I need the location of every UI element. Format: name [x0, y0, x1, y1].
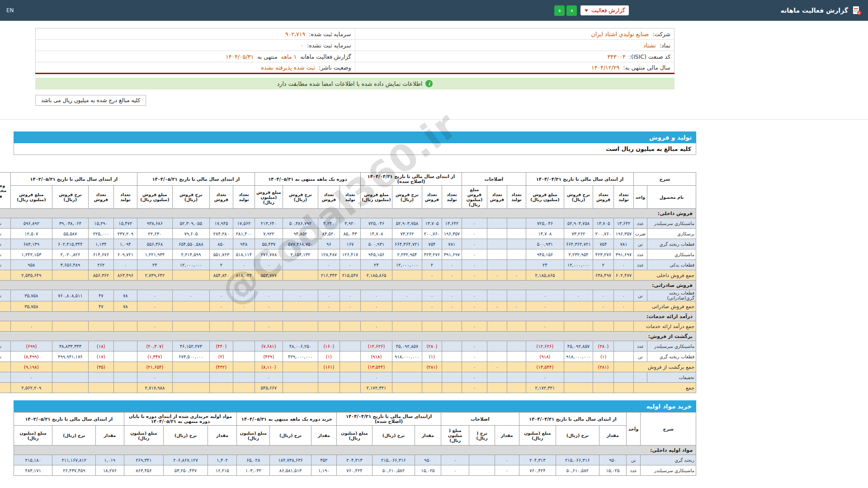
divider: [0, 119, 868, 120]
page-title: گزارش فعالیت ماهانه: [780, 7, 848, 14]
section-label: فروش صادراتی:: [0, 281, 696, 290]
value-cell: [172, 372, 209, 383]
column-header: تعداد فروش: [318, 186, 340, 209]
column-header: تعداد فروش: [422, 186, 442, 209]
value-cell: ۲۲,۶۳۰: [137, 229, 172, 239]
column-header: نرخ (ریال): [164, 426, 208, 446]
value-cell: ۷۵۴: [422, 239, 442, 249]
name-header: نام محصول: [647, 186, 696, 209]
signed-data-notice-text: اطلاعات نمایش داده شده با اطلاعات امضا ش…: [277, 80, 422, 87]
value-cell: ۰: [462, 239, 487, 249]
value-cell: ۵۰۰,۹۳۱: [526, 239, 564, 249]
value-cell: ۴۹۹,۹۴۱,۱۷۶: [52, 352, 88, 362]
value-cell: (۱۶۱): [318, 362, 340, 372]
value-cell: [318, 372, 340, 383]
value-cell: ۰: [255, 301, 283, 312]
value-cell: ۴۷: [88, 301, 113, 312]
value-cell: (۱۲,۶۲۶): [360, 341, 392, 352]
value-cell: [593, 321, 613, 332]
value-cell: ۴۲۳,۲۷۶: [422, 249, 442, 260]
value-cell: ۰: [462, 352, 487, 362]
value-cell: ۵۹۶,۸۹۲: [10, 218, 52, 229]
table-subtitle: کلیه مبالغ به میلیون ریال است: [14, 143, 696, 155]
value-cell: ۴۵,۰۹۲,۸۵۷: [392, 341, 422, 352]
value-cell: [469, 465, 495, 476]
value-cell: ۰: [462, 290, 487, 301]
column-group-header: اصلاحات: [462, 173, 526, 186]
nav-next-button[interactable]: ›: [566, 5, 577, 16]
value-cell: [172, 383, 209, 393]
value-cell: [507, 249, 526, 260]
value-cell: ۲۰۴,۳۱۳: [519, 455, 556, 465]
value-cell: ۵۵۱,۷۶۳: [209, 249, 233, 260]
symbol-value: تشتاد: [643, 42, 656, 49]
value-cell: [392, 301, 422, 312]
column-header: نرخ (ریال): [373, 426, 415, 446]
column-header: تعداد تولید: [507, 186, 526, 209]
value-cell: [613, 372, 633, 383]
value-cell: (۲۱,۶۵۴): [137, 362, 172, 372]
value-cell: (۲): [209, 352, 233, 362]
value-cell: ۲,۱۷۲,۳۲۱: [526, 383, 564, 393]
value-cell: [318, 321, 340, 332]
value-cell: ۴۸,۰۰۶,۲۵۰: [283, 341, 318, 352]
status-cell: [0, 362, 10, 372]
value-cell: ۰: [462, 362, 487, 372]
value-cell: ۰: [318, 290, 340, 301]
value-cell: (۷,۶۸۱): [255, 341, 283, 352]
amounts-note-row: کلیه مبالغ درج شده به میلیون ریال می باش…: [35, 95, 675, 106]
value-cell: ۰: [255, 321, 283, 332]
value-cell: (۲۸۰): [593, 341, 613, 352]
value-cell: ۱۹۶,۳۵۷: [442, 229, 462, 239]
total-row: جمع۲,۱۷۲,۳۲۱۰۲,۱۷۲,۳۲۱۵۴۵,۶۶۷۲,۷۱۷,۹۸۸۲,…: [0, 383, 696, 393]
value-cell: ۰: [526, 321, 564, 332]
status-cell: تولید: [0, 352, 10, 362]
value-cell: [613, 321, 633, 332]
value-cell: ۹۴۵,۱۵۶: [526, 249, 564, 260]
sherh-header: شرح: [633, 173, 696, 186]
value-cell: ۲۰۴,۳۱۳: [337, 455, 373, 465]
status-cell: تولید: [0, 218, 10, 229]
value-cell: ۷۹,۶۰۵: [172, 229, 209, 239]
value-cell: ۵۵,۵۸۷: [52, 229, 88, 239]
value-cell: ۰: [10, 321, 52, 332]
report-type-dropdown[interactable]: گزارش فعالیت: [580, 5, 629, 15]
value-cell: ۵۲,۹۰۳,۷۵۸: [392, 218, 422, 229]
value-cell: ۲۶,۴۳۷,۴۵۹: [52, 465, 96, 476]
unit-cell: [633, 372, 647, 383]
value-cell: [392, 372, 422, 383]
value-cell: [487, 249, 507, 260]
column-header: مبلغ (میلیون ریال): [124, 426, 163, 446]
value-cell: ۰: [462, 383, 487, 393]
column-group-header: مواد اولیه خریداری شده از ابتدای دوره تا…: [124, 413, 237, 426]
info-row: شرکت: صنایع تولیدي اشتاد ایران سرمایه ثب…: [36, 28, 675, 40]
value-cell: [564, 362, 593, 372]
column-group-header: ازابتدای سال مالی تا تاریخ ۱۴۰۴/۰۴/۳۱ (ا…: [337, 413, 441, 426]
status-cell: تولید: [0, 260, 10, 270]
issuer-status-value: ثبت شده پذیرفته نشده: [261, 64, 315, 71]
unit-header: واحد: [627, 413, 641, 446]
nav-prev-button[interactable]: ‹: [554, 5, 565, 16]
value-cell: ۶۳۸,۴۹۷: [593, 270, 613, 281]
value-cell: (۱۶۰): [318, 341, 340, 352]
value-cell: ۴,۲۴۰: [318, 218, 340, 229]
language-toggle[interactable]: EN: [6, 7, 14, 14]
value-cell: ۵۰,۳۸۶,۷۹۲: [283, 218, 318, 229]
product-name-cell: قطعات یدکي: [647, 260, 696, 270]
value-cell: ۱,۰۱۹: [96, 455, 124, 465]
value-cell: (۱): [593, 352, 613, 362]
sherh-header: شرح: [641, 413, 696, 446]
column-group-header: از ابتدای سال مالی تا تاریخ ۱۴۰۴/۰۴/۳۱ (…: [360, 173, 462, 186]
product-name-cell: قطعات ریخته گري: [647, 352, 696, 362]
column-group-header: از ابتدای سال مالی تا تاریخ ۱۴۰۴/۰۵/۳۱: [137, 173, 255, 186]
value-cell: [283, 372, 318, 383]
column-header: تعداد تولید: [113, 186, 137, 209]
column-group-header: از ابتدای سال مالی تا تاریخ ۱۴۰۴/۰۴/۳۱: [526, 173, 633, 186]
value-cell: [172, 362, 209, 372]
company-name[interactable]: صنایع تولیدي اشتاد ایران: [591, 31, 649, 38]
value-cell: ۲,۲۳۲,۹۵۴: [564, 249, 593, 260]
value-cell: ۱۵,۰۲۵: [415, 465, 441, 476]
product-name-cell: ماشینکاري سرسیلندر: [647, 341, 696, 352]
value-cell: ۰: [442, 260, 462, 270]
unregistered-capital-value: ۰: [300, 42, 303, 49]
